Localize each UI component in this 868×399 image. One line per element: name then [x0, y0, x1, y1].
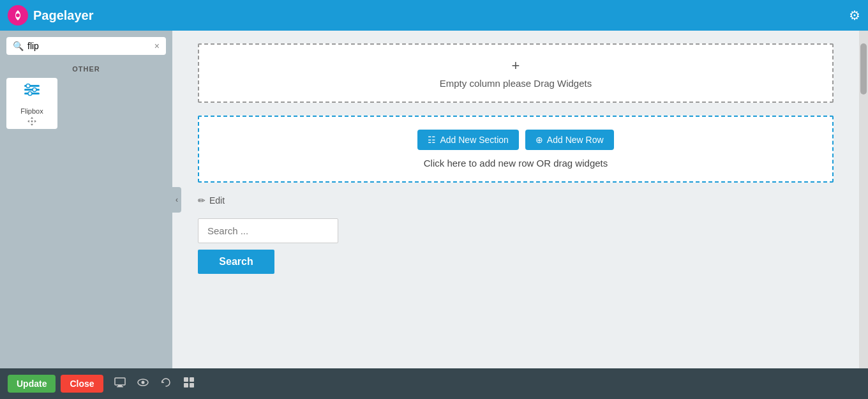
- add-section-icon: ☷: [428, 135, 436, 145]
- svg-rect-8: [115, 378, 125, 385]
- sidebar-collapse-handle[interactable]: ‹: [172, 187, 181, 213]
- empty-column-text: Empty column please Drag Widgets: [440, 78, 592, 89]
- widget-label-flip: Flipbox: [20, 107, 43, 128]
- add-row-icon: ⊕: [535, 135, 543, 145]
- svg-point-12: [141, 380, 144, 384]
- main-layout: 🔍 × OTHER Flipb: [0, 31, 868, 368]
- monitor-icon[interactable]: [114, 376, 126, 392]
- edit-pencil-icon: ✏: [198, 195, 206, 206]
- add-new-section-button[interactable]: ☷ Add New Section: [417, 130, 518, 150]
- bottom-bar: Update Close: [0, 368, 868, 399]
- settings-icon[interactable]: ⚙: [849, 8, 860, 23]
- svg-rect-16: [190, 383, 194, 388]
- empty-column-plus-icon: +: [512, 57, 520, 74]
- add-section-hint: Click here to add new row OR drag widget…: [424, 158, 608, 169]
- svg-rect-2: [24, 89, 40, 91]
- topbar: Pagelayer ⚙: [0, 0, 868, 31]
- svg-rect-10: [117, 386, 123, 388]
- eye-icon[interactable]: [137, 376, 149, 392]
- search-bar: 🔍 ×: [6, 37, 166, 55]
- svg-rect-9: [118, 385, 122, 386]
- right-scrollbar[interactable]: [859, 31, 868, 368]
- svg-point-4: [26, 84, 30, 87]
- svg-point-0: [16, 13, 20, 17]
- update-button[interactable]: Update: [8, 375, 56, 393]
- empty-column-box[interactable]: + Empty column please Drag Widgets: [198, 43, 834, 103]
- svg-rect-13: [184, 377, 188, 382]
- section-label: OTHER: [0, 65, 172, 73]
- bottom-icons: [114, 376, 195, 392]
- search-widget-input[interactable]: [198, 218, 338, 243]
- widget-grid: Flipbox: [0, 78, 172, 129]
- search-input[interactable]: [27, 41, 151, 51]
- search-icon: 🔍: [13, 41, 24, 51]
- edit-label: Edit: [209, 195, 225, 206]
- add-new-row-button[interactable]: ⊕ Add New Row: [525, 130, 614, 150]
- svg-point-7: [31, 120, 33, 122]
- add-section-buttons: ☷ Add New Section ⊕ Add New Row: [417, 130, 613, 150]
- close-button[interactable]: Close: [61, 375, 103, 393]
- svg-rect-15: [184, 383, 188, 388]
- add-section-area: ☷ Add New Section ⊕ Add New Row Click he…: [198, 116, 834, 183]
- sidebar: 🔍 × OTHER Flipb: [0, 31, 172, 368]
- canvas-area: + Empty column please Drag Widgets ☷ Add…: [172, 31, 859, 368]
- history-icon[interactable]: [160, 376, 172, 392]
- search-widget-button[interactable]: Search: [198, 250, 274, 274]
- app-title: Pagelayer: [33, 8, 94, 23]
- svg-point-5: [33, 87, 36, 91]
- svg-rect-14: [190, 377, 194, 382]
- svg-point-6: [28, 91, 32, 95]
- clear-search-button[interactable]: ×: [154, 41, 160, 51]
- widget-item-flip[interactable]: Flipbox: [6, 78, 57, 129]
- structure-icon[interactable]: [183, 376, 195, 392]
- logo-icon: [8, 5, 28, 26]
- edit-row: ✏ Edit: [198, 195, 834, 206]
- flipbox-icon: [22, 80, 42, 105]
- scrollbar-thumb: [860, 43, 867, 94]
- logo: Pagelayer: [8, 5, 94, 26]
- search-widget: Search: [198, 218, 338, 274]
